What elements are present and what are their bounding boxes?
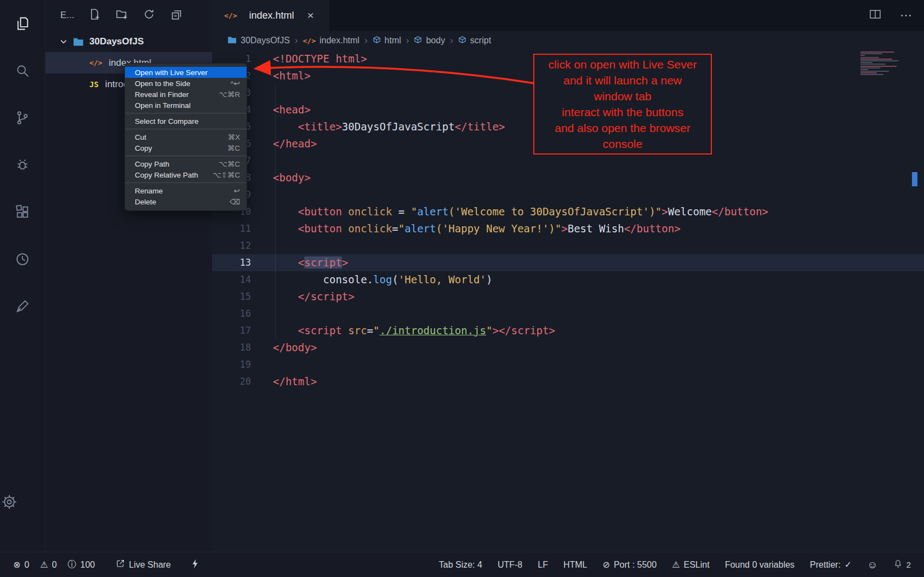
menu-item-copy[interactable]: Copy⌘C: [125, 142, 247, 153]
indent-guide: [275, 84, 276, 339]
line-number: 16: [212, 305, 251, 322]
thunder-status[interactable]: [191, 559, 199, 571]
explorer-icon[interactable]: [13, 14, 32, 33]
extensions-icon[interactable]: [13, 203, 32, 221]
menu-item-label: Delete: [135, 198, 156, 206]
menu-item-label: Open to the Side: [135, 79, 190, 88]
line-number: 19: [212, 356, 251, 373]
language-label: HTML: [563, 560, 588, 570]
code-line-11[interactable]: 11 <button onclick="alert('Happy New Yea…: [212, 220, 924, 237]
menu-item-shortcut: ⌥⌘C: [219, 159, 240, 168]
line-number: 12: [212, 237, 251, 254]
error-icon: ⊗: [13, 559, 20, 570]
line-number: 20: [212, 373, 251, 390]
tab-size-label: Tab Size: 4: [439, 560, 482, 570]
menu-item-label: Open in Terminal: [135, 101, 191, 110]
code-line-17[interactable]: 17 <script src="./introduction.js"></scr…: [212, 322, 924, 339]
line-content: <script src="./introduction.js"></script…: [251, 322, 555, 339]
feedback-status[interactable]: ☺: [867, 559, 877, 571]
menu-item-reveal-in-finder[interactable]: Reveal in Finder⌥⌘R: [125, 89, 247, 100]
port-status[interactable]: ⊘ Port : 5500: [602, 559, 657, 570]
line-content: [251, 356, 273, 373]
code-line-16[interactable]: 16: [212, 305, 924, 322]
eol-status[interactable]: LF: [538, 560, 548, 570]
explorer-title: E...: [60, 10, 75, 21]
explorer-header: E...: [45, 0, 212, 31]
encoding-status[interactable]: UTF-8: [498, 560, 522, 570]
code-line-14[interactable]: 14 console.log('Hello, World'): [212, 271, 924, 288]
menu-item-shortcut: ⌘X: [227, 133, 240, 141]
new-file-icon[interactable]: [89, 9, 100, 22]
folder-row-30daysofjs[interactable]: 30DaysOfJS: [45, 31, 212, 52]
notifications-status[interactable]: 2: [893, 559, 911, 571]
menu-item-open-to-the-side[interactable]: Open to the Side^↩: [125, 78, 247, 89]
menu-item-cut[interactable]: Cut⌘X: [125, 132, 247, 142]
menu-item-copy-relative-path[interactable]: Copy Relative Path⌥⇧⌘C: [125, 169, 247, 180]
breadcrumb-item-body[interactable]: body: [414, 36, 445, 46]
settings-gear-icon[interactable]: [0, 493, 19, 511]
code-line-12[interactable]: 12: [212, 237, 924, 254]
live-share-status[interactable]: Live Share: [116, 559, 171, 570]
pen-extension-icon[interactable]: [13, 297, 32, 316]
prettier-status[interactable]: Prettier: ✓: [810, 559, 852, 570]
split-editor-icon[interactable]: [869, 9, 881, 22]
html-file-icon: </>: [224, 12, 237, 20]
live-share-icon: [116, 559, 125, 570]
tab-size-status[interactable]: Tab Size: 4: [439, 560, 482, 570]
close-icon[interactable]: ×: [307, 9, 314, 22]
chevron-right-icon: ›: [406, 35, 409, 46]
info-count: 100: [81, 560, 95, 570]
breadcrumb-item-script[interactable]: script: [458, 36, 491, 46]
check-icon: ✓: [845, 559, 852, 570]
code-line-19[interactable]: 19: [212, 356, 924, 373]
clock-extension-icon[interactable]: [13, 250, 32, 268]
code-line-7[interactable]: 7: [212, 152, 924, 169]
new-folder-icon[interactable]: [116, 9, 127, 22]
menu-item-select-for-compare[interactable]: Select for Compare: [125, 116, 247, 127]
breadcrumb-item-folder[interactable]: 30DaysOfJS: [227, 36, 290, 46]
errors-status[interactable]: ⊗ 0: [13, 559, 29, 570]
line-content: <body>: [251, 169, 311, 186]
code-line-18[interactable]: 18</body>: [212, 339, 924, 356]
breadcrumb-item-html[interactable]: html: [373, 36, 401, 46]
more-actions-icon[interactable]: ⋯: [900, 8, 912, 22]
run-debug-icon[interactable]: [13, 156, 32, 174]
info-icon: ⓘ: [68, 559, 77, 570]
search-icon[interactable]: [13, 61, 32, 80]
refresh-icon[interactable]: [144, 9, 155, 22]
menu-item-copy-path[interactable]: Copy Path⌥⌘C: [125, 158, 247, 169]
code-line-8[interactable]: 8<body>: [212, 169, 924, 186]
notifications-count: 2: [906, 560, 911, 569]
menu-separator: [125, 113, 247, 113]
code-line-15[interactable]: 15 </script>: [212, 288, 924, 305]
menu-item-label: Copy Relative Path: [135, 171, 198, 179]
menu-item-shortcut: ↩: [234, 186, 240, 195]
warnings-status[interactable]: ⚠ 0: [40, 559, 56, 570]
minimap[interactable]: [860, 52, 912, 78]
menu-item-open-with-live-server[interactable]: Open with Live Server: [125, 67, 247, 78]
menu-item-delete[interactable]: Delete⌫: [125, 196, 247, 207]
annotation-line: and also open the browser: [534, 120, 711, 136]
collapse-all-icon[interactable]: [171, 9, 182, 22]
info-status[interactable]: ⓘ 100: [68, 559, 95, 570]
language-status[interactable]: HTML: [563, 560, 588, 570]
menu-item-rename[interactable]: Rename↩: [125, 185, 247, 196]
line-content: console.log('Hello, World'): [251, 271, 492, 288]
menu-item-open-in-terminal[interactable]: Open in Terminal: [125, 100, 247, 111]
line-content: <head>: [251, 101, 311, 118]
breadcrumb-label: index.html: [320, 36, 360, 45]
line-content: </body>: [251, 339, 317, 356]
code-line-9[interactable]: 9: [212, 186, 924, 203]
tab-index-html[interactable]: </> index.html ×: [212, 0, 329, 31]
line-number: 11: [212, 220, 251, 237]
line-content: </script>: [251, 288, 355, 305]
breadcrumb-item-file[interactable]: </> index.html: [303, 36, 359, 45]
code-line-20[interactable]: 20</html>: [212, 373, 924, 390]
menu-item-shortcut: ^↩: [230, 79, 240, 88]
tab-bar: </> index.html × ⋯: [212, 0, 924, 31]
source-control-icon[interactable]: [13, 108, 32, 127]
variables-status[interactable]: Found 0 variables: [725, 560, 795, 570]
code-line-10[interactable]: 10 <button onclick = "alert('Welcome to …: [212, 203, 924, 220]
code-line-13[interactable]: 13 <script>: [212, 254, 924, 271]
eslint-status[interactable]: ⚠ ESLint: [672, 559, 709, 570]
